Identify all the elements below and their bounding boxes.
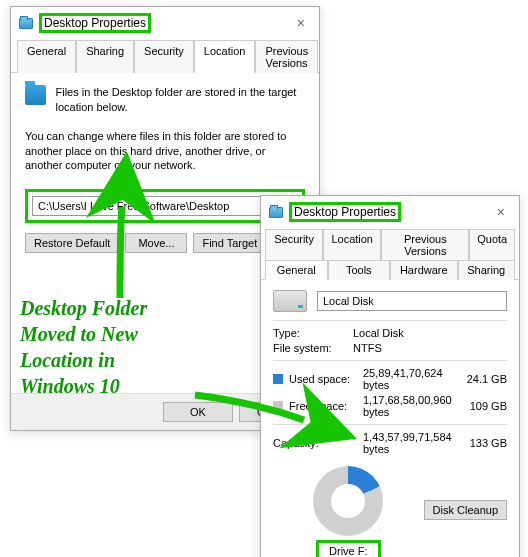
close-icon[interactable]: × [491, 204, 511, 220]
filesystem-value: NTFS [353, 342, 507, 354]
annotation-text: Desktop Folder Moved to New Location in … [20, 295, 220, 399]
free-color-icon [273, 401, 283, 411]
tab-previous-versions[interactable]: Previous Versions [381, 229, 469, 260]
window-title: Desktop Properties [39, 13, 151, 33]
disk-cleanup-button[interactable]: Disk Cleanup [424, 500, 507, 520]
tab-general[interactable]: General [17, 40, 76, 73]
titlebar: Desktop Properties × [11, 7, 319, 39]
window-title: Desktop Properties [289, 202, 401, 222]
tab-previous-versions[interactable]: Previous Versions [255, 40, 318, 73]
volume-label-input[interactable] [317, 291, 507, 311]
folder-icon [19, 18, 33, 29]
free-label: Free space: [289, 400, 347, 412]
type-value: Local Disk [353, 327, 507, 339]
free-bytes: 1,17,68,58,00,960 bytes [363, 394, 457, 418]
filesystem-label: File system: [273, 342, 353, 354]
annotation-line: Windows 10 [20, 373, 220, 399]
path-input[interactable] [32, 196, 298, 216]
used-color-icon [273, 374, 283, 384]
tab-location[interactable]: Location [323, 229, 381, 260]
tab-sharing[interactable]: Sharing [76, 40, 134, 73]
capacity-gb: 133 GB [457, 437, 507, 449]
annotation-line: Desktop Folder [20, 295, 220, 321]
type-label: Type: [273, 327, 353, 339]
tab-general[interactable]: General [265, 260, 328, 280]
drive-label: Drive F: [316, 540, 381, 557]
tab-location[interactable]: Location [194, 40, 256, 73]
annotation-line: Moved to New [20, 321, 220, 347]
used-bytes: 25,89,41,70,624 bytes [363, 367, 457, 391]
titlebar: Desktop Properties × [261, 196, 519, 228]
desktop-properties-general-dialog: Desktop Properties × Security Location P… [260, 195, 520, 557]
folder-large-icon [25, 85, 46, 105]
tab-tools[interactable]: Tools [328, 260, 391, 280]
tab-sharing[interactable]: Sharing [458, 260, 516, 280]
tab-hardware[interactable]: Hardware [390, 260, 458, 280]
free-gb: 109 GB [457, 400, 507, 412]
tabstrip: Security Location Previous Versions Quot… [261, 228, 519, 280]
restore-default-button[interactable]: Restore Default [25, 233, 119, 253]
annotation-line: Location in [20, 347, 220, 373]
capacity-bytes: 1,43,57,99,71,584 bytes [363, 431, 457, 455]
description-text: You can change where files in this folde… [25, 129, 305, 174]
close-icon[interactable]: × [291, 15, 311, 31]
tabstrip: General Sharing Security Location Previo… [11, 39, 319, 73]
ok-button[interactable]: OK [163, 402, 233, 422]
tab-security[interactable]: Security [134, 40, 194, 73]
usage-donut-chart [313, 466, 383, 536]
move-button[interactable]: Move... [125, 233, 187, 253]
tab-content: Type:Local Disk File system:NTFS Used sp… [261, 280, 519, 557]
tab-quota[interactable]: Quota [469, 229, 515, 260]
drive-icon [273, 290, 307, 312]
folder-icon [269, 207, 283, 218]
used-label: Used space: [289, 373, 350, 385]
capacity-label: Capacity: [273, 437, 319, 449]
find-target-button[interactable]: Find Target [193, 233, 266, 253]
tab-security[interactable]: Security [265, 229, 323, 260]
intro-text: Files in the Desktop folder are stored i… [56, 85, 305, 115]
used-gb: 24.1 GB [457, 373, 507, 385]
